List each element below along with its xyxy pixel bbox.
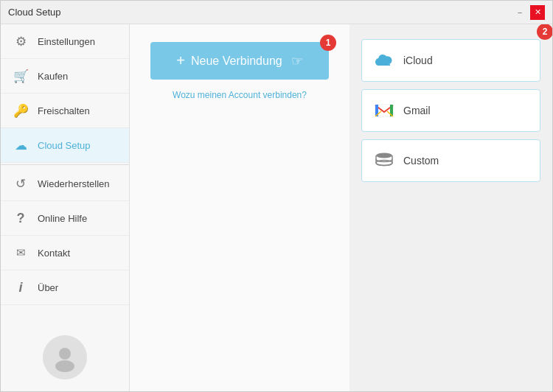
main-content: + Neue Verbindung ☞ 1 Wozu meinen Accoun… [130, 24, 349, 391]
app-window: Cloud Setup − ✕ ⚙ Einstellungen 🛒 Kaufen… [0, 0, 553, 392]
sidebar: ⚙ Einstellungen 🛒 Kaufen 🔑 Freischalten … [1, 24, 130, 391]
sidebar-divider [1, 164, 129, 165]
sidebar-label-freischalten: Freischalten [38, 105, 90, 116]
content-area: ⚙ Einstellungen 🛒 Kaufen 🔑 Freischalten … [1, 24, 552, 391]
icloud-label: iCloud [403, 55, 433, 66]
custom-button[interactable]: Custom [361, 139, 540, 182]
sidebar-label-wiederherstellen: Wiederherstellen [38, 178, 110, 189]
svg-point-0 [59, 348, 71, 360]
sidebar-label-uber: Über [38, 282, 58, 293]
sidebar-item-wiederherstellen[interactable]: ↺ Wiederherstellen [1, 167, 129, 201]
sidebar-item-kaufen[interactable]: 🛒 Kaufen [1, 59, 129, 94]
sidebar-label-kaufen: Kaufen [38, 71, 68, 82]
sidebar-label-online-hilfe: Online Hilfe [38, 213, 87, 224]
sidebar-item-kontakt[interactable]: ✉ Kontakt [1, 236, 129, 270]
badge-1: 1 [320, 35, 336, 51]
info-icon: i [13, 279, 29, 295]
sidebar-label-kontakt: Kontakt [38, 248, 70, 259]
plus-icon: + [176, 52, 185, 69]
sidebar-label-einstellungen: Einstellungen [38, 36, 95, 47]
icloud-icon [374, 50, 394, 71]
help-link[interactable]: Wozu meinen Account verbinden? [150, 90, 329, 100]
mail-icon: ✉ [13, 245, 29, 261]
icloud-button[interactable]: iCloud [361, 39, 540, 82]
svg-point-1 [55, 360, 74, 372]
sidebar-label-cloud-setup: Cloud Setup [38, 140, 91, 151]
gmail-label: Gmail [403, 105, 431, 116]
window-title: Cloud Setup [8, 7, 512, 18]
sidebar-item-uber[interactable]: i Über [1, 270, 129, 305]
new-connection-label: Neue Verbindung [191, 55, 282, 68]
new-connection-button[interactable]: + Neue Verbindung ☞ 1 [150, 42, 329, 80]
sidebar-logo [43, 335, 87, 379]
badge-2: 2 [537, 24, 552, 40]
sidebar-item-freischalten[interactable]: 🔑 Freischalten [1, 94, 129, 128]
key-icon: 🔑 [13, 102, 29, 119]
help-icon: ? [13, 210, 29, 226]
cloud-icon: ☁ [13, 137, 29, 153]
svg-point-6 [376, 161, 392, 166]
new-connection-wrapper: + Neue Verbindung ☞ 1 [150, 42, 329, 80]
sidebar-item-online-hilfe[interactable]: ? Online Hilfe [1, 201, 129, 236]
minimize-button[interactable]: − [512, 5, 527, 20]
sidebar-item-einstellungen[interactable]: ⚙ Einstellungen [1, 24, 129, 59]
titlebar-controls: − ✕ [512, 5, 545, 20]
close-button[interactable]: ✕ [530, 5, 545, 20]
titlebar: Cloud Setup − ✕ [1, 1, 552, 24]
custom-icon [374, 150, 394, 171]
cursor-icon: ☞ [291, 53, 303, 69]
sidebar-footer [1, 323, 129, 391]
gmail-button[interactable]: Gmail [361, 89, 540, 132]
cart-icon: 🛒 [13, 68, 29, 84]
sidebar-item-cloud-setup[interactable]: ☁ Cloud Setup [1, 128, 129, 163]
right-panel: 2 iCloud [349, 24, 552, 391]
restore-icon: ↺ [13, 175, 29, 192]
gear-icon: ⚙ [13, 33, 29, 49]
custom-label: Custom [403, 155, 439, 167]
svg-point-5 [376, 153, 392, 158]
gmail-icon [374, 100, 394, 121]
